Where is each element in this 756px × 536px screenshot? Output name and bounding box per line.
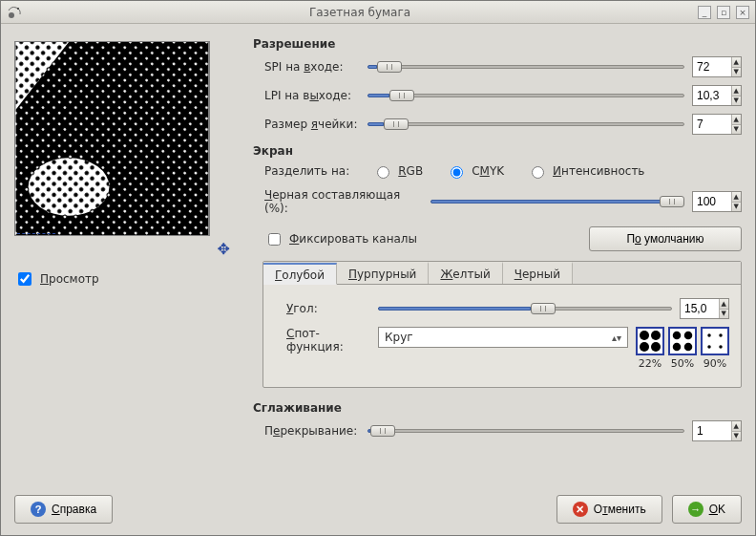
dialog-newsprint: Газетная бумага _ ▫ × (0, 0, 756, 536)
tab-black[interactable]: Черный (503, 262, 573, 284)
tab-yellow[interactable]: Желтый (429, 262, 502, 284)
spin-up-icon[interactable]: ▲ (731, 57, 742, 68)
maximize-button[interactable]: ▫ (717, 6, 730, 19)
titlebar[interactable]: Газетная бумага _ ▫ × (1, 1, 755, 24)
checkbox-lock[interactable]: Фиксировать каналы (264, 230, 417, 248)
input-black[interactable]: ▲▼ (692, 191, 742, 212)
cancel-icon: ✕ (573, 502, 588, 517)
move-icon[interactable]: ✥ (218, 240, 230, 258)
svg-point-1 (17, 8, 19, 10)
svg-point-7 (29, 158, 110, 216)
slider-overlap[interactable] (368, 424, 684, 438)
label-split: Разделить на: (264, 164, 349, 178)
dialog-buttons: ? Справка ✕ Отменить OK (1, 486, 755, 535)
tab-cyan[interactable]: Голубой (263, 263, 337, 285)
spin-down-icon[interactable]: ▼ (731, 68, 742, 77)
app-icon (7, 5, 22, 20)
input-overlap[interactable]: ▲▼ (692, 420, 742, 441)
help-button[interactable]: ? Справка (14, 495, 113, 524)
spot-swatches: 22% 50% 90% (636, 327, 729, 370)
input-lpi[interactable]: ▲▼ (692, 85, 742, 106)
ok-button[interactable]: OK (672, 495, 742, 524)
reset-button[interactable]: По умолчанию (589, 226, 742, 251)
radio-intensity[interactable]: Интенсивность (527, 163, 644, 179)
chevron-updown-icon: ▴▾ (612, 332, 621, 343)
close-button[interactable]: × (736, 6, 749, 19)
cancel-button[interactable]: ✕ Отменить (556, 495, 662, 524)
preview-checkbox[interactable]: Просмотр (14, 269, 236, 289)
slider-lpi[interactable] (368, 89, 684, 102)
radio-cmyk[interactable]: CMYK (446, 163, 504, 179)
input-spi[interactable]: ▲▼ (692, 56, 742, 77)
svg-point-0 (9, 12, 14, 18)
label-angle: Угол: (275, 302, 370, 315)
input-angle[interactable]: ▲▼ (680, 298, 729, 319)
heading-antialias: Сглаживание (253, 401, 742, 415)
swatch-50[interactable] (668, 327, 697, 355)
tab-magenta[interactable]: Пурпурный (337, 262, 429, 284)
radio-rgb[interactable]: RGB (372, 163, 423, 179)
ok-icon (688, 502, 704, 517)
heading-screen: Экран (253, 144, 742, 158)
label-black-comp: Черная составляющая (%): (253, 188, 423, 215)
help-icon: ? (31, 502, 46, 517)
label-spi: SPI на входе: (253, 60, 360, 74)
slider-spi[interactable] (368, 60, 684, 74)
label-cell: Размер ячейки: (253, 118, 360, 131)
input-cell[interactable]: ▲▼ (692, 114, 742, 135)
preview-area[interactable] (14, 41, 210, 236)
minimize-button[interactable]: _ (698, 6, 711, 19)
window-title: Газетная бумага (28, 6, 692, 19)
swatch-90[interactable] (701, 327, 729, 355)
slider-cell[interactable] (368, 118, 684, 131)
label-spot: Спот-функция: (275, 327, 370, 354)
slider-black[interactable] (430, 195, 684, 208)
label-overlap: Перекрывание: (253, 424, 360, 438)
label-lpi: LPI на выходе: (253, 89, 360, 102)
preview-image (15, 42, 209, 235)
slider-angle[interactable] (378, 302, 672, 315)
swatch-22[interactable] (636, 327, 664, 355)
channel-tabs: Голубой Пурпурный Желтый Черный Угол: ▲▼ (262, 261, 742, 388)
heading-resolution: Разрешение (253, 37, 742, 51)
select-spot[interactable]: Круг ▴▾ (378, 327, 628, 348)
